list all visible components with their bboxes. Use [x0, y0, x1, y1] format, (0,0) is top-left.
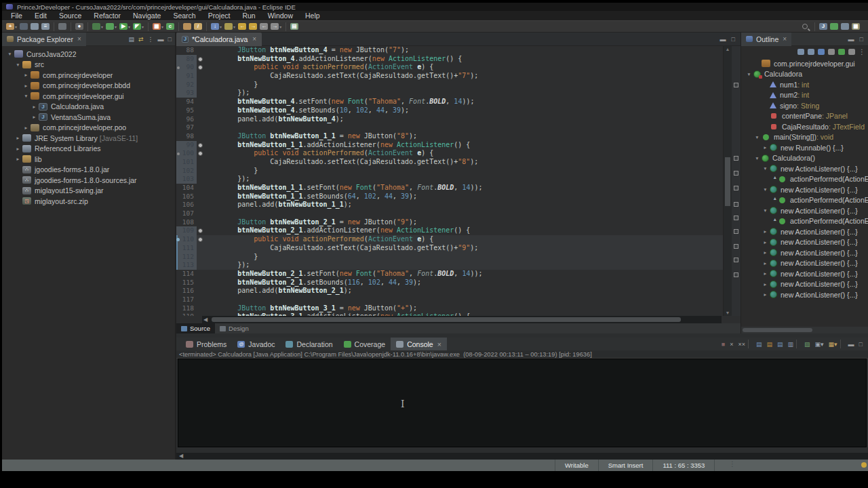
code-line-92[interactable]: 92 } — [176, 81, 742, 89]
code-line-109[interactable]: 109 btnNewButton_2_1.addActionListener(n… — [176, 226, 742, 235]
print-button[interactable] — [58, 22, 67, 32]
expand-arrow-icon[interactable]: ▸ — [761, 260, 770, 266]
outline-filter-icon-2[interactable] — [818, 49, 825, 55]
tree-item-new-actionlistener-[interactable]: ▸new ActionListener() {...} — [741, 247, 868, 258]
maximize-icon[interactable]: □ — [860, 36, 865, 43]
pin-editor-button[interactable]: ▾ — [224, 22, 236, 32]
code-text[interactable]: btnNewButton_2_1.setFont(new Font("Tahom… — [205, 270, 742, 279]
open-editor-button[interactable]: ▤ — [290, 22, 299, 32]
expand-arrow-icon[interactable]: ▸ — [761, 291, 770, 298]
line-number[interactable]: 91 — [176, 72, 197, 81]
code-line-88[interactable]: 88 JButton btnNewButton_4 = new JButton(… — [176, 46, 742, 55]
menu-file[interactable]: File — [5, 12, 28, 20]
tree-item-new-actionlistener-[interactable]: ▸new ActionListener() {...} — [741, 268, 868, 279]
code-line-118[interactable]: 118 JButton btnNewButton_3_1 = new JButt… — [176, 304, 742, 313]
code-text[interactable]: panel.add(btnNewButton_4); — [205, 115, 742, 124]
close-icon[interactable]: × — [783, 35, 787, 43]
line-number[interactable]: 113 — [176, 261, 197, 270]
code-line-104[interactable]: 104 btnNewButton_1_1.setFont(new Font("T… — [176, 184, 742, 192]
code-text[interactable]: btnNewButton_2_1.addActionListener(new A… — [205, 226, 742, 235]
line-number[interactable]: 103 — [176, 175, 197, 184]
line-number[interactable]: 100 — [176, 149, 197, 158]
code-line-89[interactable]: 89 btnNewButton_4.addActionListener(new … — [176, 55, 742, 64]
tree-item-new-actionlistener-[interactable]: ▸new ActionListener() {...} — [741, 226, 868, 237]
code-text[interactable]: btnNewButton_1_1.addActionListener(new A… — [205, 141, 742, 150]
line-number[interactable]: 96 — [176, 115, 197, 124]
annotation-mark-icon[interactable] — [734, 156, 738, 161]
code-line-95[interactable]: 95 btnNewButton_4.setBounds(10, 102, 44,… — [176, 106, 742, 115]
expand-arrow-icon[interactable]: ▸ — [761, 249, 770, 256]
annotation-mark-icon[interactable] — [734, 171, 738, 176]
collapse-all-icon[interactable]: ▤ — [129, 36, 135, 43]
open-perspective-button[interactable]: ▦ — [851, 22, 861, 32]
outline-filter-icon-4[interactable] — [838, 49, 845, 55]
terminate-icon[interactable]: ■ — [722, 341, 725, 348]
git-perspective-button[interactable] — [840, 22, 850, 32]
minimize-icon[interactable]: ▬ — [848, 341, 854, 348]
forward-button[interactable]: →▾ — [270, 22, 282, 32]
code-line-94[interactable]: 94 btnNewButton_4.setFont(new Font("Taho… — [176, 98, 742, 106]
expand-arrow-icon[interactable]: ▾ — [753, 134, 762, 140]
fold-gutter[interactable] — [197, 261, 205, 270]
coverage-button[interactable]: ◤▾ — [132, 22, 144, 32]
tree-item-miglayout-src-zip[interactable]: miglayout-src.zip — [2, 196, 175, 207]
fold-gutter[interactable] — [197, 72, 205, 81]
java-perspective-button[interactable]: J — [818, 22, 828, 32]
code-text[interactable]: JButton btnNewButton_4 = new JButton("7"… — [205, 46, 742, 55]
line-number[interactable]: 102 — [176, 167, 197, 176]
tab-outline[interactable]: Outline × — [741, 33, 791, 46]
code-text[interactable]: } — [205, 167, 742, 176]
tab-source[interactable]: Source — [176, 323, 215, 333]
code-text[interactable]: public void actionPerformed(ActionEvent … — [205, 149, 742, 158]
code-line-108[interactable]: 108 JButton btnNewButton_2_1 = new JButt… — [176, 218, 742, 227]
fold-gutter[interactable] — [197, 115, 205, 124]
fold-gutter[interactable] — [197, 270, 205, 279]
code-text[interactable]: }); — [205, 89, 742, 98]
fold-gutter[interactable] — [197, 167, 205, 176]
code-text[interactable]: }); — [205, 261, 742, 270]
code-line-113[interactable]: 113 }); — [176, 261, 742, 270]
line-number[interactable]: 109 — [176, 226, 197, 235]
fold-gutter[interactable] — [197, 184, 205, 192]
expand-arrow-icon[interactable]: ▸ — [761, 239, 770, 245]
code-text[interactable]: }); — [205, 175, 742, 184]
code-line-117[interactable]: 117 — [176, 296, 742, 304]
tree-item-ventanasuma-java[interactable]: ▸VentanaSuma.java — [2, 112, 175, 123]
build-all-button[interactable]: ● — [75, 22, 84, 32]
expand-arrow-icon[interactable]: ▸ — [761, 281, 770, 287]
fold-gutter[interactable] — [197, 244, 205, 253]
maximize-icon[interactable]: □ — [732, 36, 736, 43]
console-output[interactable]: I — [178, 359, 867, 447]
tab-javadoc[interactable]: @Javadoc — [232, 338, 280, 350]
tab-coverage[interactable]: Coverage — [338, 338, 391, 350]
minimize-icon[interactable]: ▬ — [848, 36, 856, 43]
tree-item-actionperformed-actionevent-e-[interactable]: actionPerformed(ActionEvent e) — [741, 195, 868, 206]
code-text[interactable]: } — [205, 81, 742, 89]
tree-item-com-princejrdeveloper-gui[interactable]: ▾com.princejrdeveloper.gui — [2, 91, 175, 102]
fold-marker-icon[interactable] — [197, 226, 205, 235]
annotation-mark-icon[interactable] — [734, 216, 738, 220]
menu-source[interactable]: Source — [53, 12, 87, 20]
fold-gutter[interactable] — [197, 296, 205, 304]
maximize-icon[interactable]: □ — [168, 36, 172, 43]
line-number[interactable]: 110 — [176, 235, 197, 244]
code-line-91[interactable]: 91 CajaResultado.setText(CajaResultado.g… — [176, 72, 742, 81]
open-task-button[interactable] — [182, 22, 192, 32]
skip-breakpoints-button[interactable]: ▾ — [92, 22, 104, 32]
tree-item-calculadora[interactable]: ▾Calculadora — [741, 69, 868, 80]
line-number[interactable]: 92 — [176, 81, 197, 89]
code-line-111[interactable]: 111 CajaResultado.setText(CajaResultado.… — [176, 244, 742, 253]
remove-all-launches-icon[interactable]: ×× — [738, 341, 745, 348]
word-wrap-icon[interactable]: ▤ — [766, 341, 772, 348]
code-text[interactable]: CajaResultado.setText(CajaResultado.getT… — [205, 244, 742, 253]
line-number[interactable]: 107 — [176, 209, 197, 218]
fold-marker-icon[interactable] — [197, 149, 205, 158]
forward-history-button[interactable]: → — [248, 22, 258, 32]
line-number[interactable]: 104 — [176, 184, 197, 192]
tree-item-com-princejrdeveloper[interactable]: ▸com.princejrdeveloper — [2, 70, 175, 81]
code-line-114[interactable]: 114 btnNewButton_2_1.setFont(new Font("T… — [176, 270, 742, 279]
tab-declaration[interactable]: Declaration — [280, 338, 338, 350]
code-line-102[interactable]: 102 } — [176, 167, 742, 176]
code-line-97[interactable]: 97 — [176, 123, 742, 132]
fold-gutter[interactable] — [197, 253, 205, 262]
